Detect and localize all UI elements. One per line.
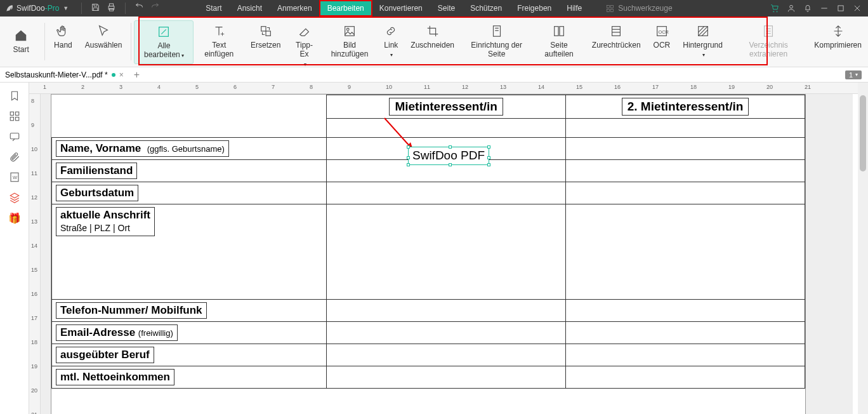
resize-handle[interactable] xyxy=(449,145,452,149)
chevron-down-icon: ▾ xyxy=(855,72,858,77)
ribbon-replace-label: Ersetzen xyxy=(251,41,280,50)
svg-rect-18 xyxy=(555,27,558,36)
svg-rect-34 xyxy=(15,112,18,115)
undo-icon[interactable] xyxy=(135,3,144,12)
menu-start[interactable]: Start xyxy=(198,1,229,16)
svg-rect-17 xyxy=(493,26,500,37)
app-dropdown-icon[interactable]: ▼ xyxy=(62,5,70,11)
svg-text:W: W xyxy=(13,175,18,180)
file-tab[interactable]: Selbstauskunft-Mieter-V...pdf * × xyxy=(0,68,129,82)
image-icon xyxy=(343,24,357,38)
unsaved-dot-icon xyxy=(112,73,115,77)
ribbon-crop[interactable]: Zuschneiden xyxy=(404,20,461,53)
svg-rect-6 xyxy=(611,9,614,11)
hand-icon xyxy=(56,24,70,38)
align-icon xyxy=(609,24,623,38)
ribbon-text-insert[interactable]: Text einfügen xyxy=(194,20,244,63)
layers-icon[interactable] xyxy=(9,192,20,203)
menu-schuetzen[interactable]: Schützen xyxy=(463,1,510,16)
word-icon[interactable]: W xyxy=(9,171,20,183)
scroll-thumb[interactable] xyxy=(860,95,866,171)
resize-handle[interactable] xyxy=(407,156,410,159)
new-tab-button[interactable]: + xyxy=(134,69,140,81)
attachment-icon[interactable] xyxy=(9,151,20,163)
split-icon xyxy=(552,24,566,38)
ribbon-tippex-label: Tipp-Ex▾ xyxy=(293,41,315,68)
main-menu: Start Ansicht Anmerken Bearbeiten Konver… xyxy=(198,1,589,16)
resize-handle[interactable] xyxy=(407,145,410,149)
thumbnails-icon[interactable] xyxy=(9,110,20,122)
menu-hilfe[interactable]: Hilfe xyxy=(559,1,589,16)
quick-access-toolbar xyxy=(79,3,160,14)
ribbon-split[interactable]: Seite aufteilen xyxy=(532,20,586,63)
save-icon[interactable] xyxy=(91,3,100,12)
menu-freigeben[interactable]: Freigeben xyxy=(510,1,559,16)
ribbon-link[interactable]: Link▾ xyxy=(378,20,404,63)
ribbon-page-setup[interactable]: Einrichtung der Seite xyxy=(461,20,532,63)
ribbon-start[interactable]: Start xyxy=(0,17,42,67)
menu-seite[interactable]: Seite xyxy=(430,1,463,16)
menu-anmerken[interactable]: Anmerken xyxy=(270,1,320,16)
home-icon xyxy=(14,29,28,43)
ribbon-ocr[interactable]: OCR OCR xyxy=(647,20,677,53)
form-table: Mietinteressent/in 2. Mietinteressent/in… xyxy=(51,95,805,389)
svg-rect-36 xyxy=(15,117,18,121)
ribbon-edit-all[interactable]: Alle bearbeiten▾ xyxy=(134,20,194,64)
link-icon xyxy=(384,24,398,38)
app-logo: SwifDoo-Pro ▼ xyxy=(0,4,75,13)
ribbon-tippex[interactable]: Tipp-Ex▾ xyxy=(287,20,321,72)
vertical-scrollbar[interactable] xyxy=(858,83,868,414)
page-indicator[interactable]: 1 ▾ xyxy=(845,70,862,79)
svg-rect-9 xyxy=(838,6,843,11)
ribbon-replace[interactable]: Ersetzen xyxy=(244,20,287,53)
left-sidebar: W 🎁 xyxy=(0,83,29,414)
tab-close-icon[interactable]: × xyxy=(119,70,124,79)
ribbon-compress-label: Komprimieren xyxy=(814,41,862,50)
ribbon-select[interactable]: Auswählen xyxy=(79,20,129,53)
resize-handle[interactable] xyxy=(487,156,490,159)
text-edit-value: SwifDoo PDF xyxy=(412,149,485,162)
comment-icon[interactable] xyxy=(9,131,20,142)
page-setup-icon xyxy=(490,24,504,38)
print-icon[interactable] xyxy=(107,3,116,12)
menu-ansicht[interactable]: Ansicht xyxy=(230,1,270,16)
close-icon[interactable] xyxy=(853,4,862,13)
svg-rect-37 xyxy=(10,133,19,139)
field-dob: Geburtsdatum xyxy=(56,185,138,201)
user-icon[interactable] xyxy=(787,4,796,13)
ribbon-redact[interactable]: Zurechtrücken xyxy=(586,20,647,53)
svg-rect-2 xyxy=(110,8,114,11)
ribbon-background[interactable]: Hintergrund▾ xyxy=(676,20,729,63)
pdf-page[interactable]: Mietinteressent/in 2. Mietinteressent/in… xyxy=(51,94,806,414)
menu-konvertieren[interactable]: Konvertieren xyxy=(372,1,430,16)
bell-icon[interactable] xyxy=(803,4,812,13)
resize-handle[interactable] xyxy=(487,145,490,149)
search-placeholder: Suchwerkzeuge xyxy=(618,4,672,13)
cart-icon[interactable] xyxy=(770,4,779,13)
ribbon-compress[interactable]: Komprimieren xyxy=(808,20,868,53)
edit-all-icon xyxy=(157,25,171,39)
svg-rect-35 xyxy=(10,117,13,121)
svg-rect-14 xyxy=(266,31,270,36)
field-name: Name, Vorname xyxy=(60,142,141,154)
maximize-icon[interactable] xyxy=(836,4,845,13)
field-email-sub: (freiwillig) xyxy=(138,328,173,338)
text-edit-box[interactable]: SwifDoo PDF xyxy=(408,147,489,165)
menu-bearbeiten[interactable]: Bearbeiten xyxy=(320,1,372,16)
ribbon-hand[interactable]: Hand xyxy=(48,20,79,53)
resize-handle[interactable] xyxy=(449,163,452,166)
resize-handle[interactable] xyxy=(487,163,490,166)
ribbon-image[interactable]: Bild hinzufügen xyxy=(322,20,378,63)
resize-handle[interactable] xyxy=(407,163,410,166)
ribbon-edit-all-label: Alle bearbeiten▾ xyxy=(141,41,187,60)
search-tools[interactable]: Suchwerkzeuge xyxy=(602,2,676,15)
field-address: aktuelle Anschrift xyxy=(60,209,150,222)
bookmark-icon[interactable] xyxy=(9,90,20,102)
crop-icon xyxy=(426,24,440,38)
ribbon-toolbar: Start Hand Auswählen Alle bearbeiten▾ Te… xyxy=(0,17,868,67)
feather-icon xyxy=(5,4,14,13)
redo-icon[interactable] xyxy=(150,3,160,12)
minimize-icon[interactable] xyxy=(820,4,829,13)
cursor-icon xyxy=(96,24,110,38)
gift-icon[interactable]: 🎁 xyxy=(8,212,21,224)
